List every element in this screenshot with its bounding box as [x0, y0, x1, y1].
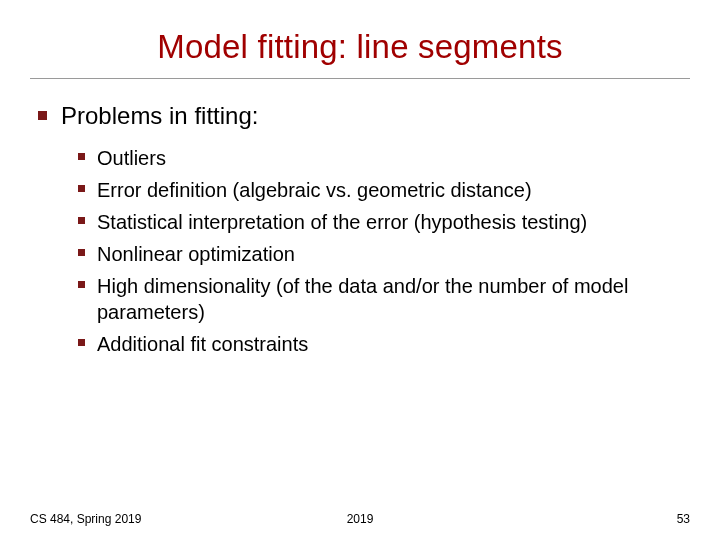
footer: CS 484, Spring 2019 2019 53: [0, 512, 720, 526]
square-bullet-icon: [78, 217, 85, 224]
list-item: Additional fit constraints: [78, 331, 690, 357]
slide: Model fitting: line segments Problems in…: [0, 0, 720, 540]
sub-list: Outliers Error definition (algebraic vs.…: [38, 143, 690, 357]
footer-center: 2019: [347, 512, 374, 526]
list-item: Nonlinear optimization: [78, 241, 690, 267]
square-bullet-icon: [78, 185, 85, 192]
title-divider: [30, 78, 690, 79]
content-area: Problems in fitting: Outliers Error defi…: [30, 97, 690, 357]
item-text: Statistical interpretation of the error …: [97, 209, 587, 235]
list-item-heading: Problems in fitting:: [38, 101, 690, 131]
list-item: Error definition (algebraic vs. geometri…: [78, 177, 690, 203]
list-item: Outliers: [78, 145, 690, 171]
square-bullet-icon: [78, 281, 85, 288]
item-text: High dimensionality (of the data and/or …: [97, 273, 690, 325]
list-item: High dimensionality (of the data and/or …: [78, 273, 690, 325]
item-text: Nonlinear optimization: [97, 241, 295, 267]
item-text: Outliers: [97, 145, 166, 171]
item-text: Additional fit constraints: [97, 331, 308, 357]
square-bullet-icon: [78, 249, 85, 256]
heading-text: Problems in fitting:: [61, 101, 258, 131]
square-bullet-icon: [78, 339, 85, 346]
footer-page-number: 53: [677, 512, 690, 526]
footer-left: CS 484, Spring 2019: [30, 512, 141, 526]
slide-title: Model fitting: line segments: [30, 20, 690, 78]
square-bullet-icon: [38, 111, 47, 120]
list-item: Statistical interpretation of the error …: [78, 209, 690, 235]
item-text: Error definition (algebraic vs. geometri…: [97, 177, 532, 203]
square-bullet-icon: [78, 153, 85, 160]
